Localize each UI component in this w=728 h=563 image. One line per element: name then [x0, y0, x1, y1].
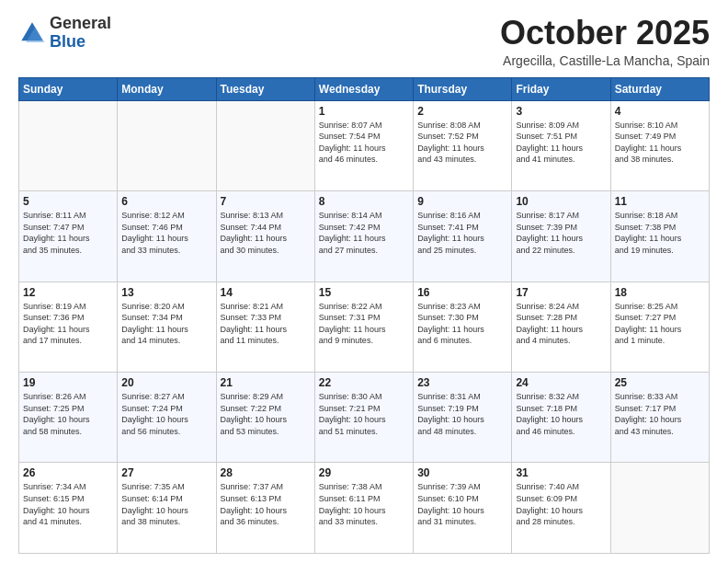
day-info: Sunrise: 7:38 AM Sunset: 6:11 PM Dayligh… [319, 481, 409, 527]
calendar-cell [216, 100, 314, 190]
day-number: 14 [221, 286, 311, 299]
calendar-cell: 11Sunrise: 8:18 AM Sunset: 7:38 PM Dayli… [610, 191, 709, 282]
day-number: 6 [121, 195, 211, 208]
calendar-cell: 3Sunrise: 8:09 AM Sunset: 7:51 PM Daylig… [512, 100, 610, 190]
title-block: October 2025 Argecilla, Castille-La Manc… [500, 15, 710, 68]
col-header-monday: Monday [118, 77, 216, 100]
logo-general: General [50, 14, 111, 32]
day-number: 8 [319, 195, 409, 208]
calendar-cell: 24Sunrise: 8:32 AM Sunset: 7:18 PM Dayli… [512, 373, 610, 463]
calendar-cell: 27Sunrise: 7:35 AM Sunset: 6:14 PM Dayli… [118, 463, 216, 554]
day-info: Sunrise: 7:39 AM Sunset: 6:10 PM Dayligh… [417, 481, 507, 527]
calendar-cell: 9Sunrise: 8:16 AM Sunset: 7:41 PM Daylig… [414, 191, 512, 282]
day-info: Sunrise: 8:33 AM Sunset: 7:17 PM Dayligh… [615, 391, 705, 437]
page: General Blue October 2025 Argecilla, Cas… [0, 0, 728, 563]
day-info: Sunrise: 8:17 AM Sunset: 7:39 PM Dayligh… [516, 210, 606, 256]
calendar-cell: 28Sunrise: 7:37 AM Sunset: 6:13 PM Dayli… [216, 463, 314, 554]
calendar-cell: 31Sunrise: 7:40 AM Sunset: 6:09 PM Dayli… [512, 463, 610, 554]
day-info: Sunrise: 8:16 AM Sunset: 7:41 PM Dayligh… [417, 210, 507, 256]
day-number: 24 [516, 376, 606, 389]
day-info: Sunrise: 8:18 AM Sunset: 7:38 PM Dayligh… [615, 210, 705, 256]
col-header-tuesday: Tuesday [216, 77, 314, 100]
logo-blue: Blue [50, 32, 85, 51]
location: Argecilla, Castille-La Mancha, Spain [500, 53, 710, 68]
logo: General Blue [18, 15, 111, 52]
calendar-cell: 2Sunrise: 8:08 AM Sunset: 7:52 PM Daylig… [414, 100, 512, 190]
col-header-wednesday: Wednesday [314, 77, 413, 100]
day-number: 25 [615, 376, 705, 389]
day-info: Sunrise: 8:20 AM Sunset: 7:34 PM Dayligh… [121, 301, 211, 347]
day-info: Sunrise: 7:37 AM Sunset: 6:13 PM Dayligh… [221, 481, 311, 527]
calendar-cell: 14Sunrise: 8:21 AM Sunset: 7:33 PM Dayli… [216, 282, 314, 372]
day-number: 1 [319, 105, 409, 118]
day-number: 3 [516, 105, 606, 118]
col-header-saturday: Saturday [610, 77, 709, 100]
day-info: Sunrise: 8:12 AM Sunset: 7:46 PM Dayligh… [121, 210, 211, 256]
day-number: 29 [319, 466, 409, 479]
day-number: 31 [516, 466, 606, 479]
day-number: 10 [516, 195, 606, 208]
col-header-friday: Friday [512, 77, 610, 100]
calendar-cell: 1Sunrise: 8:07 AM Sunset: 7:54 PM Daylig… [314, 100, 413, 190]
day-info: Sunrise: 8:25 AM Sunset: 7:27 PM Dayligh… [615, 301, 705, 347]
day-info: Sunrise: 8:29 AM Sunset: 7:22 PM Dayligh… [221, 391, 311, 437]
day-number: 13 [121, 286, 211, 299]
day-info: Sunrise: 8:31 AM Sunset: 7:19 PM Dayligh… [417, 391, 507, 437]
day-number: 19 [23, 376, 113, 389]
week-row-0: 1Sunrise: 8:07 AM Sunset: 7:54 PM Daylig… [19, 100, 710, 190]
calendar-cell: 16Sunrise: 8:23 AM Sunset: 7:30 PM Dayli… [414, 282, 512, 372]
calendar-cell: 4Sunrise: 8:10 AM Sunset: 7:49 PM Daylig… [610, 100, 709, 190]
calendar-cell [610, 463, 709, 554]
calendar-header-row: SundayMondayTuesdayWednesdayThursdayFrid… [19, 77, 710, 100]
day-info: Sunrise: 8:09 AM Sunset: 7:51 PM Dayligh… [516, 120, 606, 166]
calendar-cell: 23Sunrise: 8:31 AM Sunset: 7:19 PM Dayli… [414, 373, 512, 463]
logo-icon [18, 19, 46, 47]
day-info: Sunrise: 8:10 AM Sunset: 7:49 PM Dayligh… [615, 120, 705, 166]
day-number: 22 [319, 376, 409, 389]
calendar-cell: 21Sunrise: 8:29 AM Sunset: 7:22 PM Dayli… [216, 373, 314, 463]
header: General Blue October 2025 Argecilla, Cas… [18, 15, 710, 68]
calendar-cell: 18Sunrise: 8:25 AM Sunset: 7:27 PM Dayli… [610, 282, 709, 372]
day-info: Sunrise: 8:19 AM Sunset: 7:36 PM Dayligh… [23, 301, 113, 347]
day-info: Sunrise: 8:21 AM Sunset: 7:33 PM Dayligh… [221, 301, 311, 347]
calendar-cell: 10Sunrise: 8:17 AM Sunset: 7:39 PM Dayli… [512, 191, 610, 282]
day-info: Sunrise: 8:14 AM Sunset: 7:42 PM Dayligh… [319, 210, 409, 256]
calendar-cell: 30Sunrise: 7:39 AM Sunset: 6:10 PM Dayli… [414, 463, 512, 554]
day-number: 30 [417, 466, 507, 479]
day-info: Sunrise: 7:35 AM Sunset: 6:14 PM Dayligh… [121, 481, 211, 527]
day-info: Sunrise: 7:40 AM Sunset: 6:09 PM Dayligh… [516, 481, 606, 527]
day-info: Sunrise: 8:24 AM Sunset: 7:28 PM Dayligh… [516, 301, 606, 347]
calendar-cell: 12Sunrise: 8:19 AM Sunset: 7:36 PM Dayli… [19, 282, 118, 372]
day-number: 28 [221, 466, 311, 479]
day-number: 27 [121, 466, 211, 479]
week-row-3: 19Sunrise: 8:26 AM Sunset: 7:25 PM Dayli… [19, 373, 710, 463]
day-info: Sunrise: 8:26 AM Sunset: 7:25 PM Dayligh… [23, 391, 113, 437]
month-title: October 2025 [500, 15, 710, 52]
day-number: 12 [23, 286, 113, 299]
day-number: 23 [417, 376, 507, 389]
calendar-table: SundayMondayTuesdayWednesdayThursdayFrid… [18, 77, 710, 554]
week-row-2: 12Sunrise: 8:19 AM Sunset: 7:36 PM Dayli… [19, 282, 710, 372]
day-number: 15 [319, 286, 409, 299]
calendar-cell: 6Sunrise: 8:12 AM Sunset: 7:46 PM Daylig… [118, 191, 216, 282]
calendar-cell: 19Sunrise: 8:26 AM Sunset: 7:25 PM Dayli… [19, 373, 118, 463]
day-info: Sunrise: 8:27 AM Sunset: 7:24 PM Dayligh… [121, 391, 211, 437]
day-info: Sunrise: 8:11 AM Sunset: 7:47 PM Dayligh… [23, 210, 113, 256]
calendar-cell: 5Sunrise: 8:11 AM Sunset: 7:47 PM Daylig… [19, 191, 118, 282]
calendar-cell [118, 100, 216, 190]
day-number: 5 [23, 195, 113, 208]
day-number: 9 [417, 195, 507, 208]
day-info: Sunrise: 8:08 AM Sunset: 7:52 PM Dayligh… [417, 120, 507, 166]
day-number: 26 [23, 466, 113, 479]
col-header-sunday: Sunday [19, 77, 118, 100]
calendar-cell: 29Sunrise: 7:38 AM Sunset: 6:11 PM Dayli… [314, 463, 413, 554]
day-number: 20 [121, 376, 211, 389]
day-info: Sunrise: 8:22 AM Sunset: 7:31 PM Dayligh… [319, 301, 409, 347]
day-number: 21 [221, 376, 311, 389]
calendar-cell: 20Sunrise: 8:27 AM Sunset: 7:24 PM Dayli… [118, 373, 216, 463]
calendar-cell: 8Sunrise: 8:14 AM Sunset: 7:42 PM Daylig… [314, 191, 413, 282]
calendar-cell: 7Sunrise: 8:13 AM Sunset: 7:44 PM Daylig… [216, 191, 314, 282]
logo-text: General Blue [50, 15, 111, 52]
day-info: Sunrise: 8:13 AM Sunset: 7:44 PM Dayligh… [221, 210, 311, 256]
day-number: 18 [615, 286, 705, 299]
